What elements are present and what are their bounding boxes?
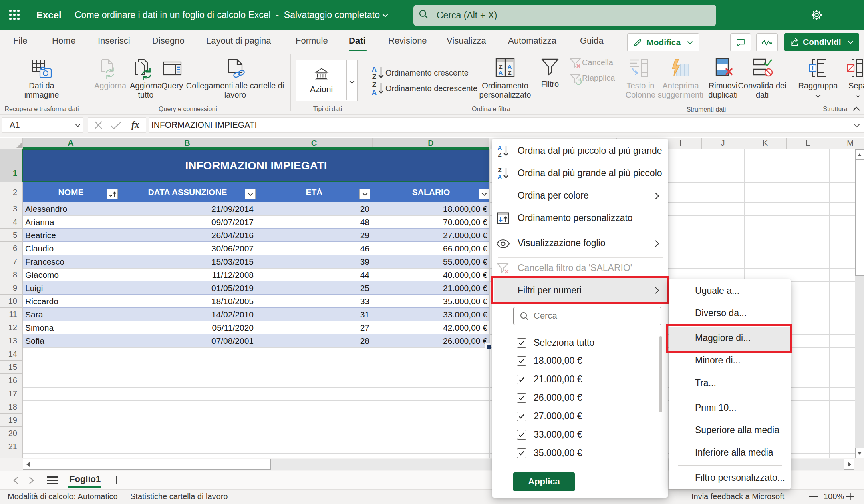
- svg-text:Z: Z: [498, 151, 501, 158]
- svg-text:Z: Z: [498, 167, 501, 173]
- svg-text:A: A: [498, 173, 502, 180]
- svg-text:A: A: [498, 145, 502, 151]
